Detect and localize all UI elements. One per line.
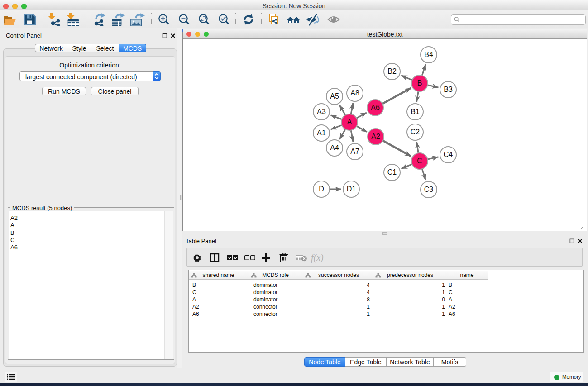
svg-text:C4: C4: [444, 151, 453, 158]
svg-text:C: C: [417, 157, 422, 165]
svg-text:A7: A7: [350, 148, 359, 155]
svg-text:A1: A1: [317, 129, 326, 137]
svg-text:C2: C2: [411, 128, 420, 136]
svg-text:A3: A3: [317, 108, 326, 115]
svg-text:A4: A4: [330, 144, 339, 152]
svg-text:B2: B2: [387, 67, 397, 75]
svg-text:B3: B3: [444, 86, 453, 93]
svg-text:A5: A5: [330, 92, 339, 100]
svg-text:A6: A6: [371, 104, 380, 111]
svg-text:B1: B1: [411, 108, 420, 115]
svg-text:C1: C1: [387, 168, 397, 176]
svg-text:A2: A2: [371, 133, 380, 140]
svg-text:D: D: [319, 185, 324, 193]
svg-text:B4: B4: [424, 51, 433, 58]
svg-text:C3: C3: [424, 186, 434, 193]
svg-text:D1: D1: [347, 185, 356, 193]
svg-text:A8: A8: [350, 89, 359, 97]
svg-text:A: A: [347, 118, 352, 126]
svg-text:B: B: [417, 79, 422, 87]
